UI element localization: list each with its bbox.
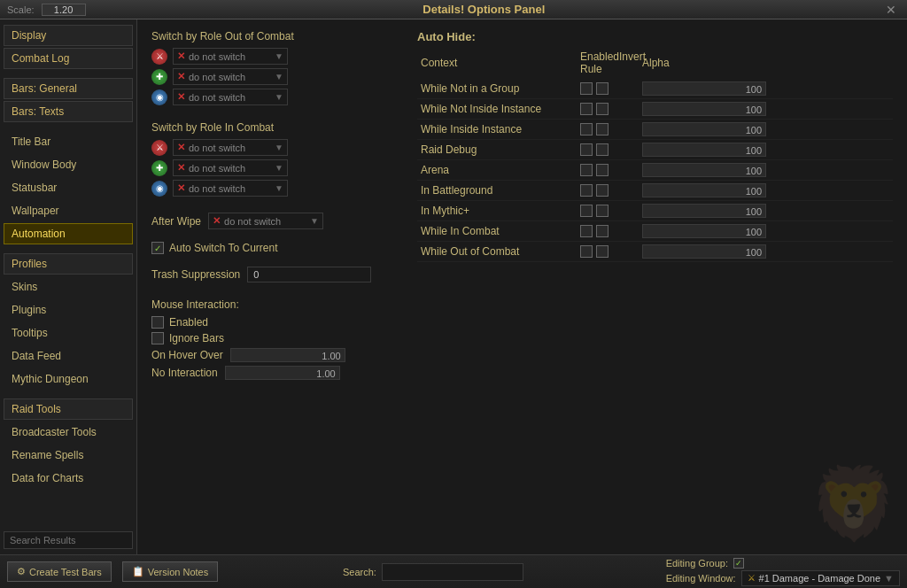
- sidebar-item-broadcaster-tools[interactable]: Broadcaster Tools: [4, 422, 133, 443]
- tank-icon-out: ◉: [151, 89, 167, 105]
- ah-enabled-arena[interactable]: [580, 164, 593, 176]
- ah-alpha-inside-instance[interactable]: 100: [642, 122, 766, 136]
- sidebar-item-statusbar[interactable]: Statusbar: [4, 177, 133, 198]
- ah-invert-in-combat[interactable]: [596, 225, 609, 237]
- ah-enabled-not-in-group[interactable]: [580, 82, 593, 95]
- sidebar-item-mythic-dungeon[interactable]: Mythic Dungeon: [4, 368, 133, 390]
- ah-alpha-mythic-plus[interactable]: 100: [642, 204, 766, 218]
- x-icon-after-wipe: ✕: [213, 215, 221, 227]
- sidebar-item-data-for-charts[interactable]: Data for Charts: [4, 468, 133, 489]
- sidebar-item-bars-texts[interactable]: Bars: Texts: [4, 101, 133, 122]
- in-combat-tank-dropdown[interactable]: ✕ do not switch ▼: [173, 180, 288, 197]
- ah-alpha-not-in-group[interactable]: 100: [642, 81, 766, 96]
- close-button[interactable]: ✕: [882, 3, 900, 17]
- sidebar-item-automation[interactable]: Automation: [4, 223, 133, 244]
- ah-context-arena: Arena: [421, 164, 580, 176]
- ah-invert-arena[interactable]: [596, 164, 609, 176]
- ah-invert-inside-instance[interactable]: [596, 123, 609, 135]
- dropdown-arrow-healer-out: ▼: [275, 72, 283, 81]
- ah-alpha-out-of-combat[interactable]: 100: [642, 244, 766, 259]
- sidebar-item-rename-spells[interactable]: Rename Spells: [4, 445, 133, 466]
- ah-context-raid-debug: Raid Debug: [421, 143, 580, 156]
- bottom-search-input[interactable]: [382, 563, 523, 581]
- after-wipe-label: After Wipe: [151, 215, 201, 228]
- create-test-bars-button[interactable]: ⚙ Create Test Bars: [7, 561, 112, 582]
- ignore-bars-checkbox[interactable]: [151, 332, 164, 344]
- content-area: Switch by Role Out of Combat ⚔ ✕ do not …: [137, 19, 907, 554]
- version-notes-label: Version Notes: [148, 567, 208, 577]
- ah-alpha-value-inside-instance: 100: [746, 123, 762, 137]
- sidebar-item-profiles[interactable]: Profiles: [4, 253, 133, 275]
- bottom-bar: ⚙ Create Test Bars 📋 Version Notes Searc…: [0, 554, 907, 588]
- sidebar-item-display[interactable]: Display: [4, 25, 133, 46]
- ah-row-raid-debug: Raid Debug 100: [417, 140, 893, 160]
- version-notes-button[interactable]: 📋 Version Notes: [122, 561, 218, 582]
- out-combat-healer-dropdown[interactable]: ✕ do not switch ▼: [173, 68, 288, 85]
- mouse-enabled-checkbox[interactable]: [151, 316, 164, 329]
- editing-window-dropdown[interactable]: ⚔ #1 Damage - Damage Done ▼: [741, 570, 900, 586]
- x-icon-dps-out: ✕: [177, 50, 185, 62]
- ah-row-inside-instance: While Inside Instance 100: [417, 120, 893, 140]
- ah-alpha-value-battleground: 100: [746, 184, 762, 198]
- ah-invert-not-inside-instance[interactable]: [596, 103, 609, 115]
- sidebar-item-window-body[interactable]: Window Body: [4, 154, 133, 175]
- ah-alpha-raid-debug[interactable]: 100: [642, 143, 766, 157]
- ah-enabled-out-of-combat[interactable]: [580, 245, 593, 258]
- trash-suppression-input[interactable]: [247, 267, 371, 282]
- ah-invert-not-in-group[interactable]: [596, 82, 609, 95]
- out-combat-tank-row: ◉ ✕ do not switch ▼: [151, 89, 399, 105]
- version-notes-icon: 📋: [132, 566, 144, 577]
- ah-enabled-raid-debug[interactable]: [580, 143, 593, 156]
- sidebar-item-raid-tools[interactable]: Raid Tools: [4, 398, 133, 420]
- ah-invert-raid-debug[interactable]: [596, 143, 609, 156]
- ah-enabled-inside-instance[interactable]: [580, 123, 593, 135]
- out-combat-dps-dropdown[interactable]: ✕ do not switch ▼: [173, 48, 288, 65]
- sidebar-item-wallpaper[interactable]: Wallpaper: [4, 200, 133, 221]
- ah-invert-out-of-combat[interactable]: [596, 245, 609, 258]
- ah-row-not-inside-instance: While Not Inside Instance 100: [417, 99, 893, 120]
- ah-alpha-arena[interactable]: 100: [642, 163, 766, 177]
- ah-enabled-not-inside-instance[interactable]: [580, 103, 593, 115]
- in-combat-dps-dropdown[interactable]: ✕ do not switch ▼: [173, 139, 288, 156]
- ah-enabled-mythic-plus[interactable]: [580, 205, 593, 217]
- after-wipe-row: After Wipe ✕ do not switch ▼: [151, 213, 399, 229]
- editing-group-checkbox[interactable]: [733, 558, 744, 569]
- sidebar-item-combat-log[interactable]: Combat Log: [4, 48, 133, 69]
- no-interaction-slider[interactable]: 1.00: [225, 366, 340, 380]
- in-combat-dps-row: ⚔ ✕ do not switch ▼: [151, 139, 399, 156]
- on-hover-slider[interactable]: 1.00: [230, 348, 345, 362]
- dropdown-arrow-dps-out: ▼: [275, 51, 283, 61]
- ah-alpha-in-combat[interactable]: 100: [642, 224, 766, 238]
- sidebar-item-data-feed[interactable]: Data Feed: [4, 345, 133, 367]
- ah-checkboxes-out-of-combat: [580, 245, 642, 258]
- sidebar-item-skins[interactable]: Skins: [4, 276, 133, 298]
- auto-switch-checkbox[interactable]: [151, 242, 164, 254]
- ah-invert-mythic-plus[interactable]: [596, 205, 609, 217]
- x-icon-healer-out: ✕: [177, 71, 185, 82]
- sidebar-item-bars-general[interactable]: Bars: General: [4, 78, 133, 99]
- create-test-bars-label: Create Test Bars: [29, 567, 102, 577]
- out-combat-tank-value: do not switch: [189, 92, 245, 103]
- ah-alpha-not-inside-instance[interactable]: 100: [642, 102, 766, 116]
- in-combat-healer-value: do not switch: [189, 163, 245, 174]
- ah-enabled-battleground[interactable]: [580, 184, 593, 197]
- sidebar-item-title-bar[interactable]: Title Bar: [4, 131, 133, 152]
- mouse-enabled-row: Enabled: [151, 316, 399, 329]
- out-combat-tank-dropdown[interactable]: ✕ do not switch ▼: [173, 89, 288, 105]
- sidebar-item-tooltips[interactable]: Tooltips: [4, 322, 133, 344]
- search-input[interactable]: [4, 531, 133, 549]
- ah-row-in-combat: While In Combat 100: [417, 221, 893, 242]
- after-wipe-dropdown[interactable]: ✕ do not switch ▼: [208, 213, 323, 229]
- in-combat-healer-dropdown[interactable]: ✕ do not switch ▼: [173, 159, 288, 176]
- context-header: Context: [421, 57, 580, 69]
- editing-group-label: Editing Group:: [666, 558, 728, 569]
- sidebar-item-plugins[interactable]: Plugins: [4, 299, 133, 321]
- ah-alpha-battleground[interactable]: 100: [642, 183, 766, 197]
- trash-suppression-row: Trash Suppression: [151, 267, 399, 282]
- ah-enabled-in-combat[interactable]: [580, 225, 593, 237]
- sword-icon: ⚔: [748, 573, 756, 583]
- ah-invert-battleground[interactable]: [596, 184, 609, 197]
- editing-section: Editing Group: Editing Window: ⚔ #1 Dama…: [666, 558, 900, 586]
- switch-out-combat-title: Switch by Role Out of Combat: [151, 30, 399, 43]
- no-interaction-row: No Interaction 1.00: [151, 366, 399, 380]
